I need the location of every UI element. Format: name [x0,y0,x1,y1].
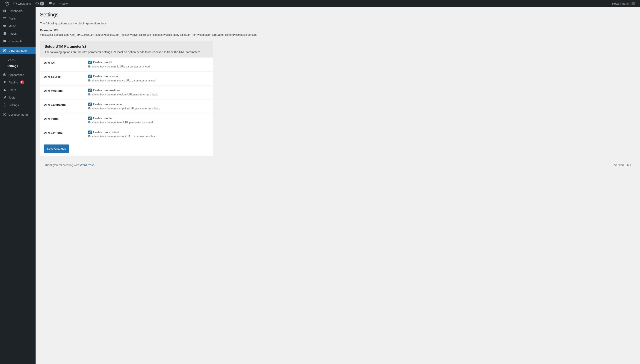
footer-credit: Thank you for creating with WordPress. [45,163,95,167]
param-label-utm_campaign: UTM Campaign: [40,99,85,113]
param-field-utm_campaign: Enable utm_campaign Enable to track the … [85,99,213,113]
example-url-value: https://your-domain.com/?utm_id=12345&ut… [40,33,635,36]
leads-label: Leads [7,58,15,62]
checkbox-utm_source[interactable] [88,74,92,78]
table-row: UTM Medium: Enable utm_medium Enable to … [40,85,213,99]
sidebar-item-comments[interactable]: Comments [0,37,36,45]
sidebar-item-pages[interactable]: Pages [0,30,36,37]
sidebar-label-settings: Settings [9,104,19,107]
save-changes-button[interactable]: Save Changes [44,144,69,153]
version-label: Version 6.6.1 [614,163,631,167]
checkbox-utm_campaign[interactable] [88,102,92,106]
checkbox-container-utm_id: Enable utm_id [88,60,209,64]
page-title: Settings [40,12,635,18]
svg-point-4 [4,104,5,105]
wp-logo[interactable] [3,2,11,6]
checkbox-container-utm_source: Enable utm_source [88,74,209,78]
comments-icon [3,39,7,43]
sidebar-item-settings[interactable]: Settings [0,101,36,109]
collapse-label: Collapse menu [9,113,28,116]
param-desc-utm_content: Enable to track the utm_content URL para… [88,135,209,138]
setup-description: The following options are the utm parame… [45,50,209,54]
settings-box: Setup UTM Parameter(s) The following opt… [40,41,213,156]
param-label-utm_source: UTM Source: [40,71,85,85]
checkbox-container-utm_medium: Enable utm_medium [88,88,209,92]
sidebar-item-users[interactable]: Users [0,86,36,94]
sidebar-label-dashboard: Dashboard [9,9,23,13]
settings-footer: Save Changes [40,141,213,156]
sidebar-item-posts[interactable]: Posts [0,15,36,22]
wp-footer: Thank you for creating with WordPress. V… [40,161,635,169]
param-field-utm_id: Enable utm_id Enable to track the utm_id… [85,57,213,71]
plugins-icon [3,80,7,84]
sidebar-subitem-settings[interactable]: Settings [0,63,36,69]
admin-sidebar: Dashboard Posts Media Pages [0,7,36,364]
svg-point-3 [4,89,5,90]
sidebar-item-dashboard[interactable]: Dashboard [0,7,36,15]
sidebar-label-appearance: Appearance [9,73,24,76]
users-icon [3,88,7,92]
page-description: The following options are the plugin gen… [40,22,635,25]
adminbar-howdy[interactable]: Howdy, admin [612,2,637,5]
sidebar-item-media[interactable]: Media [0,22,36,30]
checkbox-container-utm_campaign: Enable utm_campaign [88,102,209,106]
utm-icon [3,48,7,52]
table-row: UTM Source: Enable utm_source Enable to … [40,71,213,85]
tools-icon [3,96,7,100]
appearance-icon [3,73,7,77]
checkbox-label-utm_source[interactable]: Enable utm_source [93,74,118,78]
sidebar-item-appearance[interactable]: Appearance [0,71,36,78]
sidebar-collapse[interactable]: Collapse menu [0,111,36,118]
adminbar-updates[interactable]: 14 [33,0,46,7]
checkbox-label-utm_campaign[interactable]: Enable utm_campaign [93,102,122,106]
adminbar-new[interactable]: + New [57,0,70,7]
sidebar-subitem-leads[interactable]: Leads [0,57,36,63]
adminbar-comments[interactable]: 0 [46,0,57,7]
checkbox-container-utm_term: Enable utm_term [88,116,209,120]
comments-count: 0 [53,2,55,5]
checkbox-utm_medium[interactable] [88,88,92,92]
setup-title: Setup UTM Parameter(s) [45,44,209,48]
media-icon [3,24,7,28]
param-desc-utm_medium: Enable to track the utm_medium URL param… [88,93,209,96]
checkbox-utm_id[interactable] [88,60,92,64]
table-row: UTM Content: Enable utm_content Enable t… [40,127,213,141]
checkbox-label-utm_medium[interactable]: Enable utm_medium [93,88,120,92]
sidebar-item-tools[interactable]: Tools [0,94,36,101]
param-label-utm_term: UTM Term: [40,113,85,127]
settings-box-header: Setup UTM Parameter(s) The following opt… [40,41,213,57]
table-row: UTM Campaign: Enable utm_campaign Enable… [40,99,213,113]
svg-rect-0 [3,25,6,27]
param-field-utm_medium: Enable utm_medium Enable to track the ut… [85,85,213,99]
param-field-utm_term: Enable utm_term Enable to track the utm_… [85,113,213,127]
sidebar-label-utm-manager: UTM Manager [9,49,27,52]
checkbox-label-utm_term[interactable]: Enable utm_term [93,116,115,120]
updates-count: 14 [40,2,44,6]
howdy-text: Howdy, admin [612,2,630,5]
sidebar-label-media: Media [9,24,16,28]
sidebar-item-plugins[interactable]: Plugins 11 [0,78,36,86]
admin-avatar [631,2,635,5]
param-field-utm_content: Enable utm_content Enable to track the u… [85,127,213,141]
sidebar-label-comments: Comments [9,40,23,43]
example-url-label: Example URL: [40,29,635,32]
thank-you-text: Thank you for creating with [45,163,80,167]
wordpress-link[interactable]: WordPress [80,163,94,167]
admin-bar: wpplugins 14 0 + New Howdy, admin [0,0,640,7]
checkbox-label-utm_content[interactable]: Enable utm_content [93,130,119,134]
checkbox-container-utm_content: Enable utm_content [88,130,209,134]
site-name: wpplugins [18,2,31,5]
sidebar-item-utm-manager[interactable]: UTM Manager [0,47,36,54]
param-label-utm_id: UTM ID: [40,57,85,71]
checkbox-utm_content[interactable] [88,130,92,134]
plugins-badge: 11 [20,80,24,84]
checkbox-utm_term[interactable] [88,116,92,120]
utm-group-label [0,54,36,57]
param-field-utm_source: Enable utm_source Enable to track the ut… [85,71,213,85]
param-desc-utm_source: Enable to track the utm_source URL param… [88,79,209,82]
checkbox-label-utm_id[interactable]: Enable utm_id [93,60,112,64]
adminbar-site[interactable]: wpplugins [11,0,33,7]
posts-icon [3,16,7,20]
param-desc-utm_id: Enable to track the utm_id URL parameter… [88,65,209,68]
param-label-utm_content: UTM Content: [40,127,85,141]
